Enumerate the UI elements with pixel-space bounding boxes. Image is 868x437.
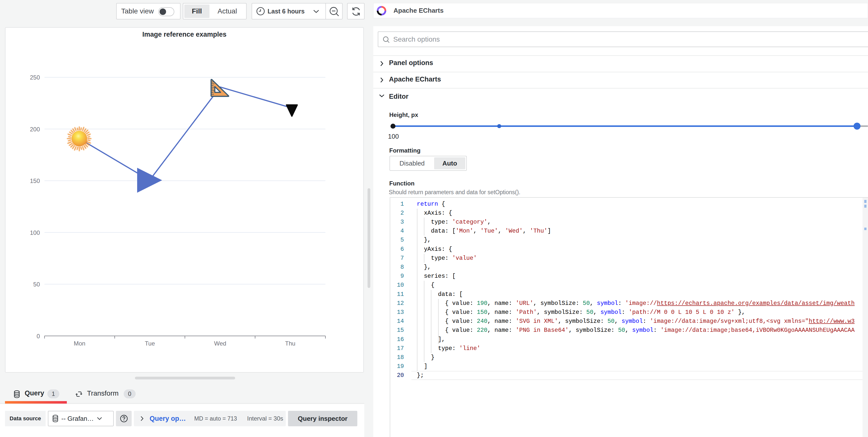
svg-text:100: 100 bbox=[30, 229, 40, 236]
svg-text:Mon: Mon bbox=[74, 340, 86, 347]
svg-text:Tue: Tue bbox=[145, 340, 155, 347]
svg-text:200: 200 bbox=[30, 126, 40, 133]
svg-text:Wed: Wed bbox=[214, 340, 226, 347]
svg-text:250: 250 bbox=[30, 74, 40, 81]
svg-text:50: 50 bbox=[33, 281, 40, 288]
svg-text:150: 150 bbox=[30, 178, 40, 184]
svg-text:Thu: Thu bbox=[285, 340, 295, 347]
svg-text:0: 0 bbox=[37, 333, 40, 340]
